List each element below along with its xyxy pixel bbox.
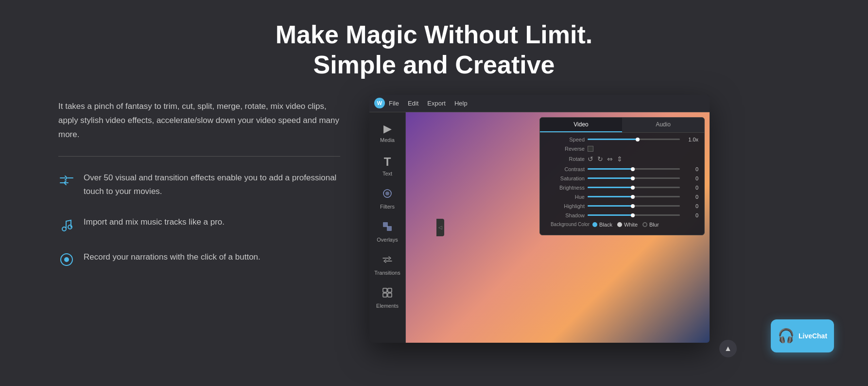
svg-rect-6 <box>383 288 387 292</box>
highlight-slider[interactable] <box>588 205 680 207</box>
right-column: W File Edit Export Help ▶ Media <box>369 95 810 357</box>
app-titlebar: W File Edit Export Help <box>369 95 710 112</box>
menu-edit[interactable]: Edit <box>408 100 418 107</box>
prop-bg-color: Background Color Black <box>546 222 698 228</box>
rotate-buttons: ↺ ↻ ⇔ ⇕ <box>588 155 623 163</box>
title-line1: Make Magic Without Limit. <box>276 20 592 49</box>
prop-contrast: Contrast 0 <box>546 166 698 172</box>
feature-record-text: Record your narrations with the click of… <box>84 250 260 263</box>
tab-video[interactable]: Video <box>540 118 622 132</box>
hue-slider[interactable] <box>588 196 680 197</box>
reverse-checkbox[interactable] <box>588 146 593 152</box>
highlight-value: 0 <box>683 203 698 209</box>
main-content: It takes a pinch of fantasy to trim, cut… <box>0 95 868 357</box>
feature-list: Over 50 visual and transition effects en… <box>58 171 340 267</box>
transitions-label: Transitions <box>374 270 400 276</box>
bg-color-label: Background Color <box>546 222 590 227</box>
svg-rect-8 <box>383 293 387 297</box>
sidebar-text[interactable]: T Text <box>372 150 403 181</box>
sidebar-transitions[interactable]: Transitions <box>372 249 403 281</box>
feature-music: Import and mix music tracks like a pro. <box>58 215 340 233</box>
prop-reverse: Reverse <box>546 146 698 152</box>
hue-label: Hue <box>546 194 585 200</box>
intro-text: It takes a pinch of fantasy to trim, cut… <box>58 100 340 142</box>
prop-speed: Speed 1.0x <box>546 137 698 142</box>
speed-slider[interactable] <box>588 139 680 140</box>
text-icon: T <box>384 155 391 169</box>
app-sidebar: ▶ Media T Text <box>369 112 406 343</box>
scroll-top-btn[interactable]: ▲ <box>719 340 737 357</box>
menu-export[interactable]: Export <box>427 100 446 107</box>
hue-value: 0 <box>683 194 698 200</box>
left-column: It takes a pinch of fantasy to trim, cut… <box>58 95 340 268</box>
divider <box>58 156 340 157</box>
sidebar-filters[interactable]: Filters <box>372 183 403 214</box>
filters-label: Filters <box>380 204 395 210</box>
livechat-label: LiveChat <box>799 332 827 340</box>
tab-audio[interactable]: Audio <box>622 118 704 132</box>
saturation-label: Saturation <box>546 175 585 181</box>
feature-transitions: Over 50 visual and transition effects en… <box>58 171 340 197</box>
livechat-widget[interactable]: 🎧 LiveChat <box>771 319 834 352</box>
sidebar-elements[interactable]: Elements <box>372 282 403 314</box>
bg-color-options: Black White <box>592 222 659 228</box>
svg-point-3 <box>385 192 389 195</box>
page-container: Make Magic Without Limit. Simple and Cre… <box>0 0 868 386</box>
brightness-value: 0 <box>683 185 698 191</box>
flip-v-icon[interactable]: ⇕ <box>617 155 623 163</box>
prop-saturation: Saturation 0 <box>546 175 698 181</box>
svg-point-1 <box>64 257 69 262</box>
svg-rect-5 <box>387 226 392 231</box>
prop-highlight: Highlight 0 <box>546 203 698 209</box>
menu-help[interactable]: Help <box>454 100 468 107</box>
radio-black <box>592 222 597 227</box>
bg-black[interactable]: Black <box>592 222 612 228</box>
rotate-ccw-icon[interactable]: ↺ <box>588 155 593 163</box>
sidebar-media[interactable]: ▶ Media <box>372 117 403 148</box>
props-tabs: Video Audio <box>540 118 704 133</box>
speed-value: 1.0x <box>683 137 698 142</box>
rotate-cw-icon[interactable]: ↻ <box>597 155 603 163</box>
overlays-icon <box>382 221 393 235</box>
music-icon <box>58 216 75 233</box>
transitions-sidebar-icon <box>382 254 393 268</box>
svg-rect-7 <box>388 288 392 292</box>
radio-white <box>617 222 622 227</box>
brightness-label: Brightness <box>546 185 585 191</box>
contrast-slider[interactable] <box>588 168 680 170</box>
sidebar-collapse-btn[interactable]: ◁ <box>436 219 444 236</box>
reverse-label: Reverse <box>546 146 585 152</box>
prop-shadow: Shadow 0 <box>546 212 698 218</box>
media-icon: ▶ <box>383 123 392 135</box>
app-menu: File Edit Export Help <box>389 100 468 107</box>
feature-transitions-text: Over 50 visual and transition effects en… <box>84 171 340 197</box>
sidebar-overlays[interactable]: Overlays <box>372 216 403 247</box>
app-main: Video Audio Speed <box>406 112 710 343</box>
record-icon <box>58 251 75 268</box>
page-title: Make Magic Without Limit. Simple and Cre… <box>10 19 858 80</box>
flip-h-icon[interactable]: ⇔ <box>607 155 613 163</box>
elements-icon <box>382 287 393 301</box>
shadow-value: 0 <box>683 212 698 218</box>
saturation-slider[interactable] <box>588 177 680 179</box>
brightness-slider[interactable] <box>588 187 680 188</box>
properties-panel: Video Audio Speed <box>539 117 705 235</box>
prop-brightness: Brightness 0 <box>546 185 698 191</box>
shadow-slider[interactable] <box>588 214 680 216</box>
bg-white[interactable]: White <box>617 222 638 228</box>
header-section: Make Magic Without Limit. Simple and Cre… <box>0 0 868 95</box>
bg-white-label: White <box>624 222 638 228</box>
livechat-headset-icon: 🎧 <box>778 328 795 344</box>
rotate-label: Rotate <box>546 156 585 162</box>
saturation-value: 0 <box>683 175 698 181</box>
bg-blur[interactable]: Blur <box>642 222 659 228</box>
menu-file[interactable]: File <box>389 100 399 107</box>
filters-icon <box>382 188 393 202</box>
prop-rotate: Rotate ↺ ↻ ⇔ ⇕ <box>546 155 698 163</box>
shadow-label: Shadow <box>546 212 585 218</box>
app-logo: W <box>374 98 385 108</box>
contrast-label: Contrast <box>546 166 585 172</box>
contrast-value: 0 <box>683 166 698 172</box>
props-body: Speed 1.0x Rev <box>540 133 704 235</box>
title-line2: Simple and Creative <box>10 50 858 80</box>
